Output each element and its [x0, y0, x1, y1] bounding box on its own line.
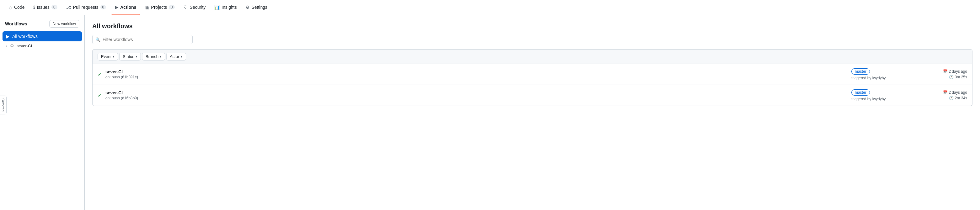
filter-bar: 🔍	[92, 35, 972, 44]
nav-badge-pull-requests: 0	[100, 5, 107, 10]
chevron-down-icon-event: ▾	[113, 54, 115, 59]
main-content: All workflows 🔍 Event▾Status▾Branch▾Acto…	[85, 15, 980, 210]
nav-label-issues: Issues	[37, 5, 49, 10]
chevron-down-icon-branch: ▾	[160, 54, 162, 59]
nav-label-projects: Projects	[151, 5, 167, 10]
run-meta: on: push (61b391e)	[105, 75, 848, 79]
page-title: All workflows	[92, 22, 972, 30]
sidebar-header: Workflows New workflow	[3, 20, 82, 28]
top-nav: ◇CodeℹIssues0⎇Pull requests0▶Actions▦Pro…	[0, 0, 980, 15]
nav-item-actions[interactable]: ▶Actions	[111, 0, 140, 15]
filter-pill-branch[interactable]: Branch▾	[142, 52, 165, 60]
all-workflows-label: All workflows	[12, 34, 38, 39]
sidebar: Workflows New workflow ▶ All workflows ›…	[0, 15, 85, 210]
branch-badge[interactable]: master	[851, 89, 870, 95]
pull-requests-nav-icon: ⎇	[66, 5, 71, 10]
run-date: 📅 2 days ago	[943, 90, 967, 95]
settings-nav-icon: ⚙	[246, 5, 250, 10]
nav-label-settings: Settings	[251, 5, 267, 10]
runs-list: ✓sever-CIon: push (61b391e)mastertrigger…	[92, 64, 972, 106]
table-row: ✓sever-CIon: push (d16b8b9)mastertrigger…	[92, 85, 972, 106]
run-duration: 🕐 2m 34s	[943, 96, 967, 100]
run-duration: 🕐 3m 25s	[943, 75, 967, 79]
nav-badge-issues: 0	[51, 5, 57, 10]
nav-item-projects[interactable]: ▦Projects0	[142, 0, 178, 15]
search-icon: 🔍	[95, 37, 100, 42]
nav-item-issues[interactable]: ℹIssues0	[30, 0, 61, 15]
nav-item-insights[interactable]: 📊Insights	[210, 0, 240, 15]
chevron-right-icon: ›	[6, 44, 8, 48]
filter-pill-status[interactable]: Status▾	[119, 52, 141, 60]
actions-nav-icon: ▶	[115, 5, 118, 10]
security-nav-icon: 🛡	[183, 5, 188, 10]
nav-label-code: Code	[14, 5, 24, 10]
filter-pill-label-actor: Actor	[170, 54, 179, 59]
run-info: sever-CIon: push (d16b8b9)	[105, 90, 848, 100]
filter-pill-label-branch: Branch	[146, 54, 158, 59]
nav-label-actions: Actions	[120, 5, 136, 10]
filter-pills-row: Event▾Status▾Branch▾Actor▾	[92, 49, 972, 64]
run-meta: on: push (d16b8b9)	[105, 96, 848, 100]
success-status-icon: ✓	[97, 92, 102, 99]
gear-icon: ⚙	[10, 43, 14, 48]
nav-label-security: Security	[190, 5, 206, 10]
octotree-label: Octotree	[1, 99, 5, 111]
issues-nav-icon: ℹ	[33, 5, 35, 10]
run-time-info: 📅 2 days ago🕐 3m 25s	[943, 69, 967, 79]
run-triggered-by: triggered by lwydyby	[851, 97, 939, 101]
sidebar-item-sever-ci[interactable]: › ⚙ sever-CI	[3, 41, 82, 50]
main-layout: Workflows New workflow ▶ All workflows ›…	[0, 15, 980, 210]
insights-nav-icon: 📊	[214, 5, 220, 10]
run-date: 📅 2 days ago	[943, 69, 967, 74]
nav-badge-projects: 0	[169, 5, 175, 10]
run-name[interactable]: sever-CI	[105, 90, 848, 95]
chevron-down-icon-actor: ▾	[181, 54, 183, 59]
all-workflows-item[interactable]: ▶ All workflows	[3, 31, 82, 41]
branch-badge[interactable]: master	[851, 68, 870, 75]
sidebar-title: Workflows	[5, 21, 27, 26]
nav-label-insights: Insights	[221, 5, 237, 10]
projects-nav-icon: ▦	[145, 5, 150, 10]
code-nav-icon: ◇	[9, 5, 12, 10]
run-branch-actor: mastertriggered by lwydyby	[851, 68, 939, 80]
nav-item-security[interactable]: 🛡Security	[180, 0, 210, 15]
workflow-item-label: sever-CI	[17, 44, 32, 48]
new-workflow-button[interactable]: New workflow	[49, 20, 80, 28]
filter-input[interactable]	[92, 35, 192, 44]
nav-label-pull-requests: Pull requests	[73, 5, 99, 10]
filter-pill-actor[interactable]: Actor▾	[166, 52, 186, 60]
run-triggered-by: triggered by lwydyby	[851, 76, 939, 80]
run-branch-actor: mastertriggered by lwydyby	[851, 89, 939, 101]
nav-item-settings[interactable]: ⚙Settings	[242, 0, 271, 15]
run-name[interactable]: sever-CI	[105, 69, 848, 74]
nav-item-code[interactable]: ◇Code	[5, 0, 28, 15]
run-time-info: 📅 2 days ago🕐 2m 34s	[943, 90, 967, 100]
filter-pill-label-status: Status	[123, 54, 134, 59]
nav-item-pull-requests[interactable]: ⎇Pull requests0	[62, 0, 110, 15]
filter-pill-label-event: Event	[101, 54, 111, 59]
filter-pill-event[interactable]: Event▾	[97, 52, 118, 60]
chevron-down-icon-status: ▾	[135, 54, 137, 59]
octotree-tab[interactable]: Octotree	[0, 95, 6, 115]
filter-input-wrapper: 🔍	[92, 35, 192, 44]
run-info: sever-CIon: push (61b391e)	[105, 69, 848, 79]
table-row: ✓sever-CIon: push (61b391e)mastertrigger…	[92, 64, 972, 85]
play-circle-icon: ▶	[6, 34, 10, 39]
success-status-icon: ✓	[97, 72, 102, 77]
